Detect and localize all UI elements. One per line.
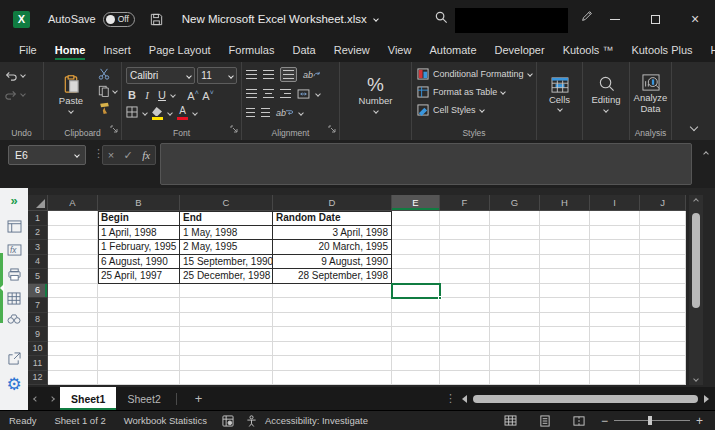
cell-A5[interactable]	[48, 269, 98, 284]
prev-sheet-icon[interactable]	[28, 397, 44, 401]
pane-collapse-notch[interactable]	[0, 284, 4, 292]
cell-E10[interactable]	[392, 342, 440, 357]
ribbon-tab-developer[interactable]: Developer	[486, 40, 554, 61]
cell-D7[interactable]	[273, 298, 392, 313]
cell-G12[interactable]	[490, 371, 540, 386]
cell-A9[interactable]	[48, 327, 98, 342]
merge-chevron-icon[interactable]	[315, 91, 321, 97]
cell-E1[interactable]	[392, 211, 440, 226]
cell-H5[interactable]	[540, 269, 590, 284]
merge-center-button[interactable]	[297, 85, 310, 103]
italic-button[interactable]: I	[141, 89, 153, 101]
cell-C4[interactable]: 15 September, 1990	[180, 255, 273, 270]
cell-E7[interactable]	[392, 298, 440, 313]
wrap-chevron-icon[interactable]	[298, 110, 304, 116]
cell-G7[interactable]	[490, 298, 540, 313]
cell-F2[interactable]	[440, 226, 490, 241]
cell-D10[interactable]	[273, 342, 392, 357]
align-left-button[interactable]	[246, 89, 257, 98]
cell-C3[interactable]: 2 May, 1995	[180, 240, 273, 255]
select-all-corner[interactable]	[28, 195, 48, 211]
zoom-in-button[interactable]: +	[696, 415, 703, 427]
cell-G6[interactable]	[490, 284, 540, 299]
minimize-button[interactable]	[595, 0, 635, 38]
row-header-1[interactable]: 1	[28, 211, 48, 226]
cell-D12[interactable]	[273, 371, 392, 386]
cell-D5[interactable]: 28 September, 1998	[273, 269, 392, 284]
cell-J11[interactable]	[640, 356, 686, 371]
cell-F8[interactable]	[440, 313, 490, 328]
font-dialog-launcher[interactable]	[230, 119, 238, 137]
number-format-button[interactable]: % Number	[342, 65, 409, 125]
underline-chevron-icon[interactable]	[170, 92, 176, 98]
ribbon-tab-insert[interactable]: Insert	[94, 40, 140, 61]
editing-button[interactable]: Editing	[585, 65, 627, 125]
align-right-button[interactable]	[280, 89, 291, 98]
fill-handle[interactable]	[438, 296, 442, 300]
decrease-font-button[interactable]: A˅	[202, 89, 214, 102]
cell-C8[interactable]	[180, 313, 273, 328]
page-layout-view-button[interactable]	[533, 415, 557, 427]
cell-B8[interactable]	[98, 313, 180, 328]
ribbon-tab-kutools-plus[interactable]: Kutools Plus	[622, 40, 701, 61]
enter-button[interactable]: ✓	[124, 149, 133, 162]
cell-E3[interactable]	[392, 240, 440, 255]
align-middle-button[interactable]	[263, 70, 274, 79]
tab-sheet1[interactable]: Sheet1	[60, 387, 116, 410]
format-painter-button[interactable]	[96, 99, 119, 116]
cell-F5[interactable]	[440, 269, 490, 284]
row-header-9[interactable]: 9	[28, 327, 48, 342]
cell-A6[interactable]	[48, 284, 98, 299]
cell-B12[interactable]	[98, 371, 180, 386]
copy-button[interactable]	[96, 82, 119, 99]
align-top-button[interactable]	[246, 70, 257, 79]
cell-J2[interactable]	[640, 226, 686, 241]
cell-C12[interactable]	[180, 371, 273, 386]
cell-E8[interactable]	[392, 313, 440, 328]
cell-B11[interactable]	[98, 356, 180, 371]
column-header-I[interactable]: I	[590, 195, 640, 211]
cell-C9[interactable]	[180, 327, 273, 342]
cell-C2[interactable]: 1 May, 1998	[180, 226, 273, 241]
cell-H4[interactable]	[540, 255, 590, 270]
cell-B4[interactable]: 6 August, 1990	[98, 255, 180, 270]
cell-J7[interactable]	[640, 298, 686, 313]
orientation-button[interactable]: ab	[303, 70, 320, 80]
cell-J1[interactable]	[640, 211, 686, 226]
cell-I2[interactable]	[590, 226, 640, 241]
column-header-F[interactable]: F	[440, 195, 490, 211]
column-header-A[interactable]: A	[48, 195, 98, 211]
cell-A10[interactable]	[48, 342, 98, 357]
insert-function-button[interactable]: fx	[142, 149, 150, 161]
cell-A7[interactable]	[48, 298, 98, 313]
workbook-statistics-button[interactable]: Workbook Statistics	[115, 415, 216, 426]
borders-button[interactable]	[126, 104, 138, 122]
cell-F10[interactable]	[440, 342, 490, 357]
zoom-out-button[interactable]: −	[601, 415, 608, 427]
cell-G9[interactable]	[490, 327, 540, 342]
cell-C10[interactable]	[180, 342, 273, 357]
cell-G4[interactable]	[490, 255, 540, 270]
cell-F9[interactable]	[440, 327, 490, 342]
increase-indent-button[interactable]	[261, 108, 270, 117]
column-header-D[interactable]: D	[273, 195, 392, 211]
cell-I1[interactable]	[590, 211, 640, 226]
table-pane-icon[interactable]	[0, 288, 28, 308]
increase-font-button[interactable]: A˄	[187, 89, 199, 102]
cell-C1[interactable]: End	[180, 211, 273, 226]
cell-D9[interactable]	[273, 327, 392, 342]
macro-record-icon[interactable]	[216, 415, 240, 427]
cell-H12[interactable]	[540, 371, 590, 386]
ribbon-tab-data[interactable]: Data	[283, 40, 324, 61]
cell-I11[interactable]	[590, 356, 640, 371]
decrease-indent-button[interactable]	[246, 108, 255, 117]
cell-H7[interactable]	[540, 298, 590, 313]
paste-button[interactable]: Paste	[46, 65, 96, 125]
cell-A12[interactable]	[48, 371, 98, 386]
cell-G8[interactable]	[490, 313, 540, 328]
save-icon[interactable]	[149, 12, 164, 27]
cell-J4[interactable]	[640, 255, 686, 270]
cell-F7[interactable]	[440, 298, 490, 313]
formula-pane-icon[interactable]: fx	[0, 240, 28, 260]
cell-I5[interactable]	[590, 269, 640, 284]
